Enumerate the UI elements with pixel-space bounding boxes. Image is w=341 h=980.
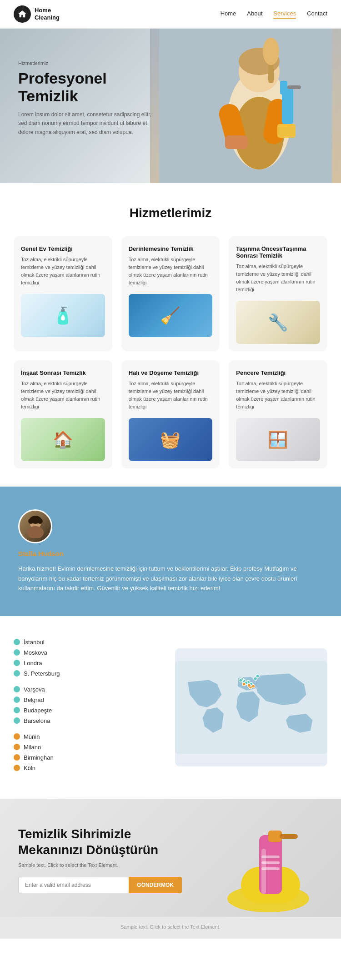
location-item-10: Milano (14, 744, 166, 751)
service-desc-3: Toz alma, elektrikli süpürgeyle temizlem… (236, 263, 320, 294)
testimonial-name: Stella Hudson (18, 550, 323, 557)
hero-description: Lorem ipsum dolor sit amet, consetetur s… (18, 110, 155, 137)
location-item-5: Varşova (14, 686, 166, 693)
location-item-2: Moskova (14, 649, 166, 656)
service-card-6: Pencere Temizliği Toz alma, elektrikli s… (229, 360, 327, 468)
svg-point-17 (28, 518, 34, 524)
service-desc-4: Toz alma, elektrikli süpürgeyle temizlem… (21, 380, 105, 411)
cta-bottom-text: Sample text. Click to select the Text El… (0, 917, 341, 939)
svg-rect-40 (261, 849, 266, 894)
location-dot-orange-3 (14, 754, 20, 761)
home-icon (17, 9, 27, 19)
nav-links: Home About Services Contact (221, 10, 327, 19)
services-grid: Genel Ev Temizliği Toz alma, elektrikli … (14, 236, 327, 468)
svg-point-15 (27, 526, 44, 538)
service-title-3: Taşınma Öncesi/Taşınma Sonrası Temizlik (236, 245, 320, 259)
svg-point-31 (247, 684, 251, 687)
svg-point-23 (256, 674, 259, 677)
svg-point-27 (239, 678, 242, 682)
service-img-2 (129, 294, 213, 337)
hero-title: Profesyonel Temizlik (18, 70, 155, 105)
location-item-3: Londra (14, 660, 166, 667)
service-title-5: Halı ve Döşeme Temizliği (129, 369, 213, 376)
hero-image (150, 29, 341, 183)
nav-about[interactable]: About (247, 10, 262, 19)
location-dot-orange-4 (14, 765, 20, 771)
submit-button[interactable]: GÖNDERMOK (129, 877, 182, 893)
world-map-svg (175, 648, 327, 766)
cta-title: Temizlik Sihrimizle Mekanınızı Dönüştürü… (18, 826, 182, 858)
nav-services[interactable]: Services (273, 10, 296, 19)
svg-rect-11 (277, 124, 296, 138)
service-desc-6: Toz alma, elektrikli süpürgeyle temizlem… (236, 380, 320, 411)
services-section: Hizmetlerimiz Genel Ev Temizliği Toz alm… (0, 183, 341, 487)
location-dot-teal-2 (14, 649, 20, 656)
location-dot-teal-7 (14, 707, 20, 713)
email-input[interactable] (18, 877, 129, 893)
location-item-4: S. Petersburg (14, 670, 166, 677)
service-title-6: Pencere Temizliği (236, 369, 320, 376)
service-img-4 (21, 418, 105, 461)
service-img-3 (236, 301, 320, 344)
service-desc-2: Toz alma, elektrikli süpürgeyle temizlem… (129, 256, 213, 287)
service-title-4: İnşaat Sonrası Temizlik (21, 369, 105, 376)
locations-list: İstanbul Moskova Londra S. Petersburg Va… (14, 639, 166, 776)
service-card-1: Genel Ev Temizliği Toz alma, elektrikli … (14, 236, 112, 351)
hero-section: Hizmetlerimiz Profesyonel Temizlik Lorem… (0, 29, 341, 183)
nav-contact[interactable]: Contact (307, 10, 327, 19)
cta-section: Temizlik Sihrimizle Mekanınızı Dönüştürü… (0, 799, 341, 917)
cta-spray-illustration (209, 821, 327, 917)
service-card-2: Derinlemesine Temizlik Toz alma, elektri… (121, 236, 220, 351)
locations-section: İstanbul Moskova Londra S. Petersburg Va… (0, 616, 341, 799)
testimonial-section: Stella Hudson Harika hizmet! Evimin deri… (0, 487, 341, 616)
location-item-6: Belgrad (14, 696, 166, 703)
svg-rect-9 (287, 85, 301, 89)
svg-point-30 (242, 682, 246, 686)
service-img-5 (129, 418, 213, 461)
location-dot-teal-4 (14, 670, 20, 677)
hero-content: Hizmetlerimiz Profesyonel Temizlik Lorem… (18, 60, 155, 137)
location-item-11: Birminghan (14, 754, 166, 761)
location-dot-orange-1 (14, 733, 20, 740)
location-dot-teal-3 (14, 660, 20, 666)
cta-content: Temizlik Sihrimizle Mekanınızı Dönüştürü… (18, 826, 182, 893)
service-title-2: Derinlemesine Temizlik (129, 245, 213, 252)
navbar: Home Cleaning Home About Services Contac… (0, 0, 341, 29)
svg-rect-8 (280, 81, 287, 95)
location-dot-teal-5 (14, 686, 20, 692)
svg-point-13 (263, 38, 279, 65)
location-item-7: Budapeşte (14, 707, 166, 714)
svg-rect-10 (225, 135, 248, 149)
svg-point-18 (37, 518, 43, 524)
service-img-1 (21, 294, 105, 337)
location-dot-teal-6 (14, 696, 20, 703)
location-group-2: Varşova Belgrad Budapeşte Barselona (14, 686, 166, 724)
nav-home[interactable]: Home (221, 10, 236, 19)
service-desc-1: Toz alma, elektrikli süpürgeyle temizlem… (21, 256, 105, 287)
world-map (175, 648, 327, 766)
service-card-4: İnşaat Sonrası Temizlik Toz alma, elektr… (14, 360, 112, 468)
cta-image (205, 817, 332, 917)
location-group-1: İstanbul Moskova Londra S. Petersburg (14, 639, 166, 677)
location-dot-orange-2 (14, 744, 20, 750)
hero-eyebrow: Hizmetlerimiz (18, 60, 155, 66)
cta-form: GÖNDERMOK (18, 877, 182, 893)
location-dot-teal-8 (14, 717, 20, 724)
testimonial-text: Harika hizmet! Evimin derinlemesine temi… (18, 564, 323, 593)
logo-icon (14, 5, 31, 23)
service-card-3: Taşınma Öncesi/Taşınma Sonrası Temizlik … (229, 236, 327, 351)
hero-illustration (159, 29, 332, 183)
location-item-1: İstanbul (14, 639, 166, 646)
service-desc-5: Toz alma, elektrikli süpürgeyle temizlem… (129, 380, 213, 411)
location-item-12: Köln (14, 765, 166, 771)
logo[interactable]: Home Cleaning (14, 5, 60, 23)
location-dot-teal (14, 639, 20, 645)
svg-rect-36 (280, 834, 298, 839)
testimonial-avatar (18, 509, 52, 543)
brand-name: Home Cleaning (35, 7, 60, 21)
location-item-9: Münih (14, 733, 166, 740)
service-card-5: Halı ve Döşeme Temizliği Toz alma, elekt… (121, 360, 220, 468)
service-title-1: Genel Ev Temizliği (21, 245, 105, 252)
location-item-8: Barselona (14, 717, 166, 724)
location-group-3: Münih Milano Birminghan Köln (14, 733, 166, 771)
